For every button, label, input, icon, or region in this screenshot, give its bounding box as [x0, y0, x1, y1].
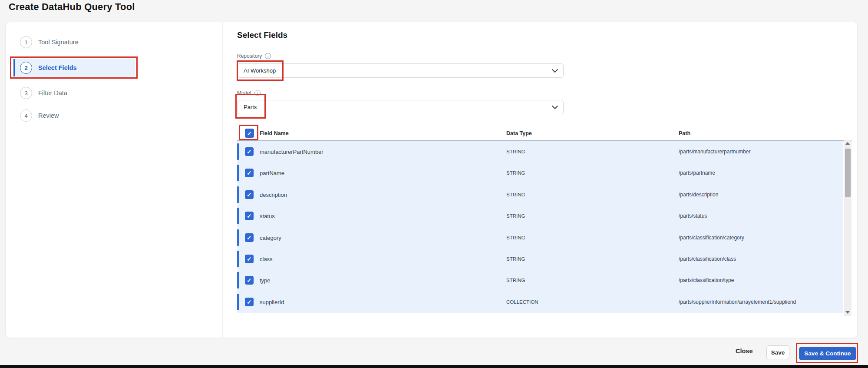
field-name-cell: class [260, 249, 273, 270]
path-cell: /parts/supplierInformation/arrayelement1… [679, 292, 796, 313]
row-accent-bar [237, 165, 239, 181]
column-header-field-name: Field Name [260, 126, 289, 140]
fields-table-body: ✓manufacturerPartNumberSTRING/parts/manu… [237, 141, 843, 313]
close-button[interactable]: Close [736, 348, 753, 355]
sidebar-item-step-review[interactable]: 4Review [6, 107, 140, 124]
row-checkbox[interactable]: ✓ [245, 255, 254, 263]
step-number-badge: 2 [20, 62, 32, 74]
repository-label: Repository [237, 53, 262, 59]
row-accent-bar [237, 208, 239, 224]
info-icon[interactable]: i [254, 90, 261, 96]
path-cell: /parts/partname [679, 162, 715, 184]
row-checkbox[interactable]: ✓ [245, 169, 254, 177]
field-name-cell: status [260, 206, 275, 227]
table-row: ✓classSTRING/parts/classification/class [237, 249, 843, 270]
stepper-sidebar: 1Tool Signature2Select Fields3Filter Dat… [6, 22, 223, 338]
row-checkbox[interactable]: ✓ [245, 276, 254, 285]
table-row: ✓typeSTRING/parts/classification/type [237, 270, 843, 291]
path-cell: /parts/status [679, 206, 707, 227]
screen: Create DataHub Query Tool 1Tool Signatur… [0, 0, 868, 368]
row-accent-bar [237, 272, 239, 288]
row-accent-bar [237, 251, 239, 267]
model-label-row: Model i [237, 90, 261, 96]
fields-table-header: ✓ Field Name Data Type Path [237, 126, 852, 140]
repository-selected-value: AI Workshop [244, 67, 276, 74]
step-label: Review [38, 112, 59, 119]
data-type-cell: STRING [506, 206, 525, 227]
data-type-cell: STRING [506, 227, 525, 249]
model-select[interactable]: Parts [237, 100, 564, 114]
table-row: ✓manufacturerPartNumberSTRING/parts/manu… [237, 141, 843, 162]
field-name-cell: description [260, 184, 287, 206]
repository-label-row: Repository i [237, 53, 271, 59]
repository-select[interactable]: AI Workshop [237, 63, 564, 78]
save-and-continue-button[interactable]: Save & Continue [799, 347, 856, 360]
row-accent-bar [237, 229, 239, 246]
field-name-cell: partName [260, 162, 284, 184]
sidebar-item-step-select-fields[interactable]: 2Select Fields [13, 59, 135, 76]
chevron-down-icon [552, 66, 558, 73]
fields-table: ✓ Field Name Data Type Path ✓manufacture… [237, 126, 852, 140]
field-name-cell: supplierId [260, 292, 284, 313]
save-button[interactable]: Save [766, 345, 789, 359]
row-checkbox[interactable]: ✓ [245, 233, 254, 242]
sidebar-item-step-tool-signature[interactable]: 1Tool Signature [6, 33, 140, 51]
sidebar-item-step-filter-data[interactable]: 3Filter Data [6, 84, 140, 102]
path-cell: /parts/manufacturerpartnumber [679, 141, 750, 162]
data-type-cell: STRING [506, 162, 525, 184]
table-row: ✓supplierIdCOLLECTION/parts/supplierInfo… [237, 292, 843, 313]
step-label: Select Fields [38, 64, 77, 71]
page-title: Create DataHub Query Tool [9, 1, 135, 13]
table-row: ✓partNameSTRING/parts/partname [237, 162, 843, 184]
screen-bottom-border [0, 365, 868, 368]
column-header-path: Path [679, 126, 690, 140]
row-accent-bar [237, 186, 239, 203]
dialog-card: 1Tool Signature2Select Fields3Filter Dat… [5, 22, 858, 338]
row-checkbox[interactable]: ✓ [245, 212, 254, 220]
section-heading: Select Fields [237, 30, 287, 40]
table-row: ✓descriptionSTRING/parts/description [237, 184, 843, 206]
scroll-up-icon[interactable] [845, 142, 850, 145]
path-cell: /parts/classification/type [679, 270, 734, 291]
step-label: Tool Signature [38, 39, 79, 46]
step-number-badge: 1 [20, 36, 32, 48]
data-type-cell: STRING [506, 141, 525, 162]
table-scrollbar[interactable] [844, 140, 851, 316]
select-all-checkbox[interactable]: ✓ [245, 129, 254, 138]
row-checkbox[interactable]: ✓ [245, 190, 254, 199]
info-icon[interactable]: i [265, 53, 271, 59]
scroll-down-icon[interactable] [845, 311, 850, 314]
table-row: ✓statusSTRING/parts/status [237, 206, 843, 227]
data-type-cell: COLLECTION [506, 292, 538, 313]
row-accent-bar [237, 143, 239, 160]
field-name-cell: type [260, 270, 271, 291]
step-number-badge: 3 [20, 87, 32, 99]
row-accent-bar [237, 294, 239, 310]
data-type-cell: STRING [506, 184, 525, 206]
path-cell: /parts/classification/class [679, 249, 736, 270]
data-type-cell: STRING [506, 249, 525, 270]
row-checkbox[interactable]: ✓ [245, 298, 254, 306]
path-cell: /parts/classification/category [679, 227, 744, 249]
field-name-cell: manufacturerPartNumber [260, 141, 323, 162]
model-selected-value: Parts [244, 104, 257, 110]
table-row: ✓categorySTRING/parts/classification/cat… [237, 227, 843, 249]
row-checkbox[interactable]: ✓ [245, 147, 254, 156]
step-number-badge: 4 [20, 109, 32, 122]
field-name-cell: category [260, 227, 281, 249]
data-type-cell: STRING [506, 270, 525, 291]
model-label: Model [237, 90, 251, 96]
scrollbar-thumb[interactable] [845, 149, 851, 197]
column-header-data-type: Data Type [506, 126, 532, 140]
path-cell: /parts/description [679, 184, 718, 206]
step-label: Filter Data [38, 90, 67, 96]
chevron-down-icon [552, 103, 558, 109]
